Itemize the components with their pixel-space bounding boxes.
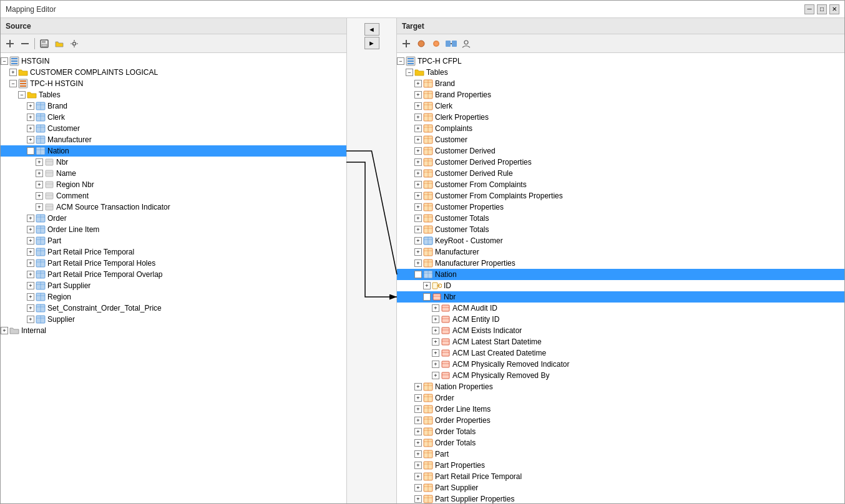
tree-item[interactable]: +Part Supplier Properties xyxy=(397,493,844,503)
tree-item[interactable]: +Order Line Items xyxy=(397,404,844,415)
expand-button[interactable]: + xyxy=(414,192,422,200)
tree-item[interactable]: +KeyRoot - Customer xyxy=(397,235,844,246)
tree-item[interactable]: +Complaints xyxy=(397,123,844,134)
expand-button[interactable]: + xyxy=(414,248,422,256)
tree-item[interactable]: +Name xyxy=(1,168,346,179)
target-toolbar-btn1[interactable] xyxy=(399,37,413,51)
tree-item[interactable]: +CUSTOMER COMPLAINTS LOGICAL xyxy=(1,67,346,78)
tree-item[interactable]: +Part xyxy=(1,235,346,246)
expand-button[interactable]: + xyxy=(414,181,422,188)
expand-button[interactable]: + xyxy=(414,215,422,222)
expand-button[interactable]: + xyxy=(27,114,34,121)
maximize-button[interactable]: □ xyxy=(817,4,827,14)
arrow-left-button[interactable]: ◄ xyxy=(364,23,379,36)
tree-item[interactable]: +Manufacturer xyxy=(397,246,844,258)
expand-button[interactable]: + xyxy=(414,170,422,177)
tree-item[interactable]: +Order Totals xyxy=(397,426,844,437)
close-button[interactable]: ✕ xyxy=(829,4,839,14)
expand-button[interactable]: + xyxy=(414,394,422,402)
tree-item[interactable]: −Tables xyxy=(1,89,346,100)
expand-button[interactable]: + xyxy=(414,91,422,99)
target-toolbar-btn3[interactable] xyxy=(429,37,443,51)
tree-item[interactable]: +Nbr xyxy=(1,157,346,168)
source-toolbar-btn3[interactable] xyxy=(37,37,51,51)
collapse-button[interactable]: − xyxy=(397,57,404,65)
tree-item[interactable]: +Customer Derived Properties xyxy=(397,157,844,168)
source-toolbar-btn4[interactable] xyxy=(52,37,66,51)
expand-button[interactable]: + xyxy=(36,192,43,200)
expand-button[interactable]: + xyxy=(414,383,422,390)
tree-item[interactable]: +Nation Properties xyxy=(397,381,844,392)
tree-item[interactable]: −Nation xyxy=(1,145,346,157)
tree-item[interactable]: +Order Line Item xyxy=(1,224,346,235)
expand-button[interactable]: + xyxy=(414,259,422,267)
source-toolbar-btn2[interactable] xyxy=(18,37,32,51)
expand-button[interactable]: + xyxy=(27,259,34,267)
expand-button[interactable]: + xyxy=(1,327,8,334)
tree-item[interactable]: +Clerk Properties xyxy=(397,112,844,123)
expand-button[interactable]: + xyxy=(414,439,422,447)
tree-item[interactable]: +ACM Last Created Datetime xyxy=(397,347,844,359)
expand-button[interactable]: + xyxy=(432,372,439,379)
tree-item[interactable]: +ACM Latest Start Datetime xyxy=(397,336,844,347)
expand-button[interactable]: + xyxy=(414,462,422,469)
target-toolbar-btn4[interactable] xyxy=(444,37,458,51)
expand-button[interactable]: + xyxy=(414,136,422,143)
tree-item[interactable]: +Customer Derived Rule xyxy=(397,168,844,179)
collapse-button[interactable]: − xyxy=(9,80,17,87)
target-toolbar-btn2[interactable] xyxy=(414,37,428,51)
tree-item[interactable]: +Internal xyxy=(1,325,346,336)
tree-item[interactable]: +Region xyxy=(1,291,346,303)
source-toolbar-btn1[interactable] xyxy=(3,37,17,51)
tree-item[interactable]: +ACM Physically Removed By xyxy=(397,370,844,381)
tree-item[interactable]: +Clerk xyxy=(397,100,844,112)
expand-button[interactable]: + xyxy=(27,316,34,323)
tree-item[interactable]: +ACM Source Transaction Indicator xyxy=(1,201,346,213)
collapse-button[interactable]: − xyxy=(414,271,422,278)
tree-item[interactable]: +Part Supplier xyxy=(1,280,346,291)
expand-button[interactable]: + xyxy=(27,282,34,289)
tree-item[interactable]: +Order xyxy=(397,392,844,404)
tree-item[interactable]: +Part Supplier xyxy=(397,482,844,493)
tree-item[interactable]: +Brand xyxy=(1,100,346,112)
target-toolbar-btn5[interactable] xyxy=(459,37,473,51)
expand-button[interactable]: + xyxy=(414,158,422,166)
tree-item[interactable]: +Brand Properties xyxy=(397,89,844,100)
expand-button[interactable]: + xyxy=(27,102,34,110)
expand-button[interactable]: + xyxy=(432,338,439,346)
tree-item[interactable]: +Part Retail Price Temporal xyxy=(1,246,346,258)
tree-item[interactable]: +ACM Entity ID xyxy=(397,314,844,325)
expand-button[interactable]: + xyxy=(414,80,422,87)
expand-button[interactable]: + xyxy=(36,170,43,177)
tree-item[interactable]: −TPC-H CFPL xyxy=(397,56,844,67)
tree-item[interactable]: +Customer From Complaints xyxy=(397,179,844,190)
tree-item[interactable]: +ACM Audit ID xyxy=(397,303,844,314)
expand-button[interactable]: + xyxy=(27,226,34,233)
expand-button[interactable]: + xyxy=(27,293,34,301)
tree-item[interactable]: −Tables xyxy=(397,67,844,78)
tree-item[interactable]: +ID xyxy=(397,280,844,291)
expand-button[interactable]: + xyxy=(414,484,422,492)
tree-item[interactable]: +Part Retail Price Temporal Overlap xyxy=(1,269,346,280)
arrow-right-button[interactable]: ► xyxy=(364,37,379,49)
expand-button[interactable]: + xyxy=(27,215,34,222)
expand-button[interactable]: + xyxy=(414,203,422,211)
tree-item[interactable]: +Region Nbr xyxy=(1,179,346,190)
expand-button[interactable]: + xyxy=(27,125,34,132)
expand-button[interactable]: + xyxy=(9,69,17,76)
tree-item[interactable]: −TPC-H HSTGIN xyxy=(1,78,346,89)
collapse-button[interactable]: − xyxy=(27,147,34,155)
expand-button[interactable]: + xyxy=(432,304,439,312)
expand-button[interactable]: + xyxy=(27,304,34,312)
expand-button[interactable]: + xyxy=(432,361,439,368)
expand-button[interactable]: + xyxy=(423,293,431,301)
expand-button[interactable]: + xyxy=(414,102,422,110)
expand-button[interactable]: + xyxy=(414,226,422,233)
expand-button[interactable]: + xyxy=(414,125,422,132)
tree-item[interactable]: +ACM Exists Indicator xyxy=(397,325,844,336)
tree-item[interactable]: +Comment xyxy=(1,190,346,201)
tree-item[interactable]: +Customer From Complaints Properties xyxy=(397,190,844,201)
expand-button[interactable]: + xyxy=(432,349,439,357)
tree-item[interactable]: +Clerk xyxy=(1,112,346,123)
tree-item[interactable]: +Customer Totals xyxy=(397,224,844,235)
